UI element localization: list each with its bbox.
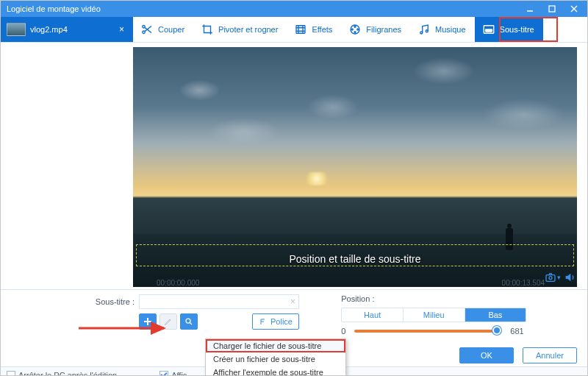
position-controls: Position : Haut Milieu Bas 0 681 OK Annu… [341,294,577,363]
annotation-arrow [76,321,171,336]
cancel-button[interactable]: Annuler [523,347,577,363]
title-bar: Logiciel de montage vidéo [1,1,587,17]
snapshot-dropdown-icon[interactable]: ▾ [557,274,561,281]
svg-rect-1 [549,6,555,12]
file-thumbnail [7,23,26,36]
svg-point-13 [426,30,428,32]
subtitle-controls: Sous-titre : × [11,294,328,363]
clear-input-icon[interactable]: × [290,297,295,307]
file-close-icon[interactable]: × [116,24,127,35]
time-current-label: 00:00:00.000 [157,279,199,287]
tab-effects[interactable]: Effets [287,17,341,42]
position-middle[interactable]: Milieu [404,308,465,322]
show-checkbox-row[interactable]: Affic [159,371,187,377]
svg-point-11 [357,29,359,30]
menu-load-subtitle[interactable]: Charger le fichier de sous-titre [206,339,345,352]
svg-point-5 [143,31,145,33]
tab-cut[interactable]: Couper [133,17,193,42]
preview-column: Position et taille de sous-titre 00:00:0… [133,43,587,309]
slider-min: 0 [341,327,345,336]
bottom-panel: Sous-titre : × [1,289,587,375]
minimize-button[interactable] [520,2,540,15]
file-name: vlog2.mp4 [30,25,112,34]
slider-thumb[interactable] [492,326,501,335]
music-note-icon [417,23,431,36]
svg-point-9 [354,32,356,33]
svg-point-12 [420,32,423,34]
video-preview[interactable]: Position et taille de sous-titre [133,47,577,287]
file-tab[interactable]: vlog2.mp4 × [1,17,133,42]
shutdown-label: Arrêter le PC après l'édition [18,371,117,377]
svg-point-8 [354,26,356,27]
svg-point-10 [352,29,354,30]
svg-rect-17 [546,275,555,282]
volume-button[interactable] [564,272,576,285]
slider-value: 681 [510,327,523,336]
playback-right-icons: ▾ [544,272,576,285]
svg-rect-6 [296,26,305,34]
maximize-button[interactable] [542,2,562,15]
tool-tabs: Couper Pivoter et rogner Effets Filigran… [133,17,587,42]
subtitle-icon [482,23,495,36]
tab-subtitle[interactable]: Sous-titre [475,17,543,42]
position-slider[interactable] [354,330,501,333]
menu-create-subtitle[interactable]: Créer un fichier de sous-titre [206,352,345,366]
position-label: Position : [341,294,577,303]
scissors-icon [140,23,154,36]
time-total-label: 00:00:13.504 [502,279,545,287]
subtitle-text-input[interactable]: × [139,294,299,309]
show-checkbox[interactable] [159,371,168,377]
tab-rotate-crop[interactable]: Pivoter et rogner [193,17,287,42]
svg-rect-15 [485,29,492,32]
toolbar-row: vlog2.mp4 × Couper Pivoter et rogner Eff… [1,17,587,43]
shutdown-checkbox-row[interactable]: Arrêter le PC après l'édition [7,371,117,377]
ok-button[interactable]: OK [459,347,514,363]
svg-point-20 [186,319,190,323]
film-icon [294,23,307,36]
search-subtitle-button[interactable] [180,313,198,330]
reel-icon [348,23,362,36]
menu-example-subtitle[interactable]: Afficher l'exemple de sous-titre [206,366,345,376]
tab-watermark[interactable]: Filigranes [341,17,410,42]
tab-music[interactable]: Musique [410,17,475,42]
main-area: Position et taille de sous-titre 00:00:0… [1,43,587,309]
shutdown-checkbox[interactable] [7,371,15,377]
close-button[interactable] [564,2,584,15]
crop-icon [201,23,214,36]
left-sidebar [1,43,133,309]
font-button[interactable]: Police [252,313,299,330]
window-title: Logiciel de montage vidéo [4,4,518,13]
subtitle-field-label: Sous-titre : [11,297,135,306]
position-top[interactable]: Haut [342,308,404,322]
app-window: Logiciel de montage vidéo vlog2.mp4 × Co… [0,0,588,376]
subtitle-add-menu: Charger le fichier de sous-titre Créer u… [205,338,346,376]
subtitle-preview-text: Position et taille de sous-titre [133,253,577,265]
svg-point-18 [549,277,552,280]
bottom-main: Sous-titre : × [1,290,587,366]
show-label: Affic [171,371,187,377]
position-segmented: Haut Milieu Bas [341,308,526,322]
svg-point-4 [143,26,145,28]
snapshot-button[interactable] [544,272,557,285]
position-bottom[interactable]: Bas [465,308,526,322]
